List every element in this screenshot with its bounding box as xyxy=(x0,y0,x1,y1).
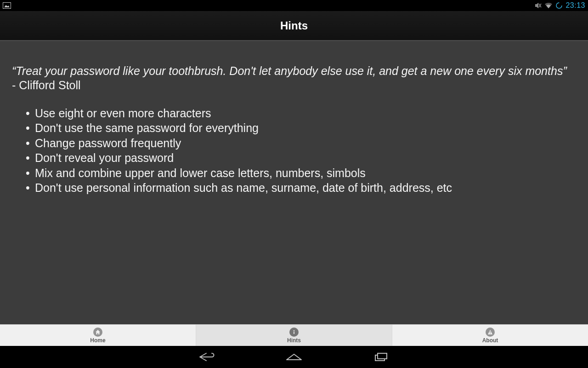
gallery-icon xyxy=(3,2,11,9)
quote-text: “Treat your password like your toothbrus… xyxy=(12,64,567,77)
svg-rect-7 xyxy=(294,332,294,334)
page-title: Hints xyxy=(280,19,308,32)
tab-about-label: About xyxy=(482,337,498,344)
alert-icon xyxy=(486,328,495,337)
list-item: Mix and combine upper and lower case let… xyxy=(26,166,576,181)
info-icon xyxy=(289,328,299,337)
content-area: “Treat your password like your toothbrus… xyxy=(0,40,588,324)
wifi-icon xyxy=(544,2,553,9)
svg-rect-0 xyxy=(3,3,11,9)
svg-rect-10 xyxy=(490,333,490,334)
svg-point-6 xyxy=(294,330,295,331)
home-button[interactable] xyxy=(280,350,308,364)
list-item: Don't use personal information such as n… xyxy=(26,180,576,196)
svg-rect-12 xyxy=(378,353,387,359)
tab-bar: Home Hints About xyxy=(0,324,588,346)
list-item: Change password frequently xyxy=(26,136,576,151)
list-item: Use eight or even more characters xyxy=(26,106,576,121)
list-item: Don't reveal your password xyxy=(26,150,576,166)
svg-marker-1 xyxy=(4,5,10,7)
svg-marker-2 xyxy=(535,3,538,8)
hints-list: Use eight or even more characters Don't … xyxy=(12,106,576,196)
tab-home[interactable]: Home xyxy=(0,325,196,346)
mute-icon xyxy=(534,2,542,9)
status-bar: 23:13 xyxy=(0,0,588,11)
loading-icon xyxy=(555,2,563,9)
back-button[interactable] xyxy=(193,350,220,364)
quote-author: - Clifford Stoll xyxy=(12,79,81,92)
tab-about[interactable]: About xyxy=(392,325,588,346)
svg-rect-9 xyxy=(490,331,490,333)
tab-home-label: Home xyxy=(90,337,105,344)
tab-hints-label: Hints xyxy=(287,337,301,344)
home-icon xyxy=(93,328,102,337)
list-item: Don't use the same password for everythi… xyxy=(26,121,576,136)
tab-hints[interactable]: Hints xyxy=(196,325,392,346)
status-clock: 23:13 xyxy=(565,1,585,10)
svg-point-5 xyxy=(556,3,562,8)
system-nav-bar xyxy=(0,346,588,368)
app-bar: Hints xyxy=(0,11,588,40)
quote-block: “Treat your password like your toothbrus… xyxy=(12,64,576,93)
recent-apps-button[interactable] xyxy=(368,350,395,364)
